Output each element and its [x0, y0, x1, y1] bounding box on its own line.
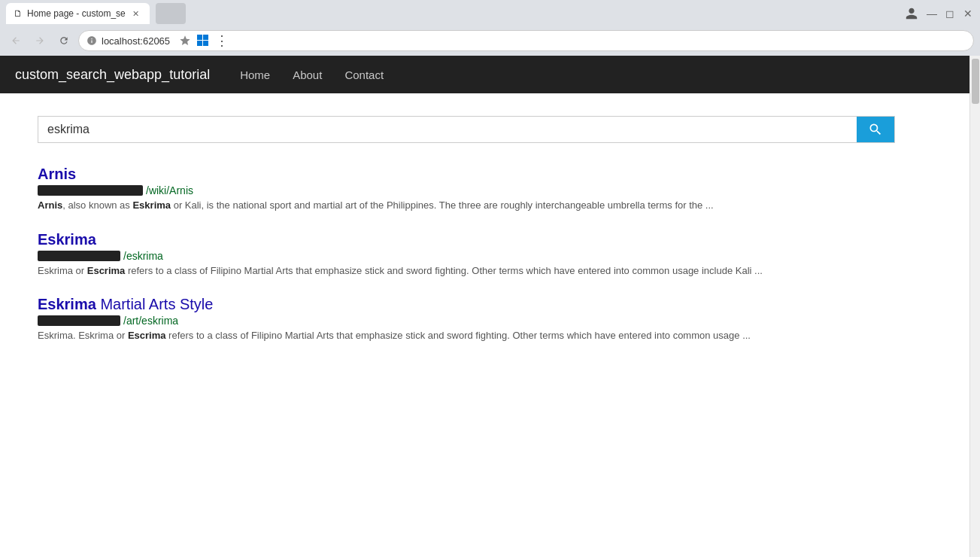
address-bar-row: localhost:62065 ⋮ [0, 27, 980, 56]
url-redacted-short [38, 251, 120, 261]
address-bar[interactable]: localhost:62065 ⋮ [78, 30, 974, 51]
page-content: custom_search_webapp_tutorial Home About… [0, 56, 969, 557]
result-snippet-martial: Eskrima. Eskrima or Escrima refers to a … [38, 328, 887, 343]
minimize-button[interactable]: — [926, 8, 938, 20]
search-box-wrapper [38, 116, 895, 143]
nav-contact[interactable]: Contact [344, 68, 384, 81]
title-normal-part: Martial Arts Style [96, 296, 214, 312]
window-controls: — ◻ ✕ [903, 5, 974, 22]
result-item: Arnis /wiki/Arnis Arnis, also known as E… [38, 166, 932, 213]
url-redacted-short-2 [38, 315, 120, 326]
site-navbar: custom_search_webapp_tutorial Home About… [0, 56, 969, 93]
forward-button[interactable] [30, 31, 50, 50]
result-item: Eskrima /eskrima Eskrima or Escrima refe… [38, 231, 932, 278]
snippet-word: Arnis [38, 199, 62, 211]
url-path-eskrima: /eskrima [123, 250, 163, 262]
nav-about[interactable]: About [293, 68, 322, 81]
scrollbar-thumb[interactable] [972, 59, 979, 104]
search-icon [868, 122, 883, 137]
result-url-eskrima: /eskrima [38, 250, 932, 262]
result-title-martial[interactable]: Eskrima Martial Arts Style [38, 296, 213, 312]
title-bold-part: Eskrima [38, 296, 96, 312]
result-url-martial: /art/eskrima [38, 315, 932, 327]
browser-window: 🗋 Home page - custom_se ✕ — ◻ [0, 0, 980, 557]
menu-button[interactable]: ⋮ [215, 32, 229, 49]
result-title-eskrima[interactable]: Eskrima [38, 231, 96, 248]
url-path: /wiki/Arnis [146, 184, 193, 196]
info-icon [86, 35, 97, 46]
restore-button[interactable]: ◻ [944, 8, 956, 20]
browser-body: custom_search_webapp_tutorial Home About… [0, 56, 980, 557]
browser-tab[interactable]: 🗋 Home page - custom_se ✕ [6, 3, 150, 24]
search-section [0, 93, 969, 158]
reload-button[interactable] [54, 31, 74, 50]
result-url-arnis: /wiki/Arnis [38, 184, 932, 196]
new-tab-area [156, 3, 186, 24]
snippet-bold-word: Eskrima [132, 199, 171, 211]
tab-favicon: 🗋 [14, 8, 23, 19]
nav-home[interactable]: Home [240, 68, 270, 81]
windows-logo [197, 35, 209, 47]
url-text: localhost:62065 [102, 35, 170, 47]
results-section: Arnis /wiki/Arnis Arnis, also known as E… [0, 158, 969, 369]
close-button[interactable]: ✕ [962, 8, 974, 20]
url-redacted [38, 185, 143, 196]
profile-icon [905, 7, 918, 20]
snippet-bold-escrima: Escrima [87, 265, 126, 276]
address-bar-icons: ⋮ [179, 32, 229, 49]
snippet-bold-escrima-2: Escrima [128, 330, 166, 341]
search-button[interactable] [857, 117, 894, 142]
result-snippet-eskrima: Eskrima or Escrima refers to a class of … [38, 263, 887, 278]
tab-title: Home page - custom_se [27, 8, 126, 19]
star-icon[interactable] [179, 35, 191, 47]
result-snippet-arnis: Arnis, also known as Eskrima or Kali, is… [38, 198, 887, 213]
result-title-arnis[interactable]: Arnis [38, 166, 76, 182]
scrollbar[interactable] [969, 56, 980, 557]
back-button[interactable] [6, 31, 26, 50]
search-input[interactable] [38, 117, 857, 142]
url-path-martial: /art/eskrima [123, 315, 178, 327]
result-item: Eskrima Martial Arts Style /art/eskrima … [38, 296, 932, 343]
tab-close-button[interactable]: ✕ [130, 8, 142, 20]
site-brand: custom_search_webapp_tutorial [15, 67, 210, 83]
profile-button[interactable] [903, 5, 920, 22]
